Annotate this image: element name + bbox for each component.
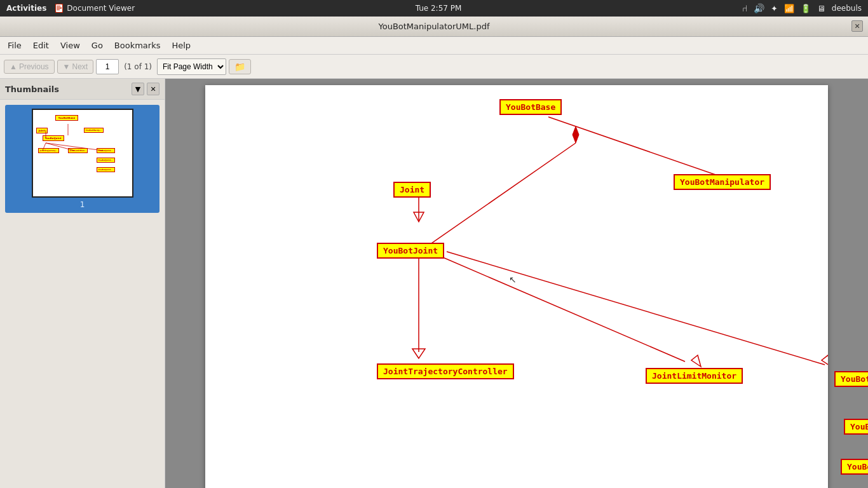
document-page: YouBotBase YouBotManipulator Joint YouBo… bbox=[205, 85, 828, 488]
menu-help[interactable]: Help bbox=[166, 39, 196, 52]
svg-line-10 bbox=[46, 143, 103, 151]
document-title: YouBotManipulatorUML.pdf bbox=[378, 22, 489, 31]
close-button[interactable]: ✕ bbox=[851, 20, 863, 32]
battery-icon: 🔋 bbox=[801, 4, 811, 13]
activities-button[interactable]: Activities bbox=[6, 4, 46, 13]
menu-bar: File Edit View Go Bookmarks Help bbox=[0, 37, 868, 55]
bluetooth-icon: ✦ bbox=[771, 4, 778, 13]
menu-view[interactable]: View bbox=[55, 39, 85, 52]
sidebar-header: Thumbnails ▼ ✕ bbox=[0, 79, 165, 100]
zoom-selector[interactable]: Fit Page Width 50% 75% 100% 125% 150% 20… bbox=[157, 58, 226, 75]
uml-node-youbotjoint: YouBotJoint bbox=[377, 243, 444, 259]
thumbnail-frame: YouBotBase YouBotJoint Joint JointTrajec… bbox=[32, 109, 133, 198]
main-content: Thumbnails ▼ ✕ YouBotBase YouBotJoint Jo… bbox=[0, 79, 868, 488]
uml-node-jointtrajectorycontroller: JointTrajectoryController bbox=[377, 363, 514, 379]
folder-icon: 📁 bbox=[234, 62, 245, 72]
svg-rect-2 bbox=[57, 6, 60, 6]
uml-node-jointlimitmonitor: JointLimitMonitor bbox=[646, 368, 743, 384]
uml-node-youbotbase: YouBotBase bbox=[499, 99, 562, 115]
uml-node-youbotjointreadonly: YouBotJointReadOnly bbox=[841, 459, 868, 475]
uml-diagram-canvas bbox=[205, 85, 828, 488]
next-button[interactable]: ▼ Next bbox=[57, 60, 94, 74]
thumbnail-page-1[interactable]: YouBotBase YouBotJoint Joint JointTrajec… bbox=[5, 105, 159, 213]
page-info-label: (1 of 1) bbox=[121, 62, 154, 71]
user-label: deebuls bbox=[832, 4, 862, 13]
svg-line-11 bbox=[548, 117, 736, 182]
svg-line-21 bbox=[447, 252, 825, 365]
system-tray: ⑁ 🔊 ✦ 📶 🔋 🖥 deebuls bbox=[742, 3, 862, 13]
mini-lines bbox=[33, 110, 132, 196]
thumbnail-area: YouBotBase YouBotJoint Joint JointTrajec… bbox=[0, 100, 165, 488]
page-number-input[interactable] bbox=[96, 59, 119, 74]
next-icon: ▼ bbox=[63, 62, 71, 71]
previous-icon: ▲ bbox=[10, 62, 17, 71]
menu-edit[interactable]: Edit bbox=[28, 39, 54, 52]
toolbar: ▲ Previous ▼ Next (1 of 1) Fit Page Widt… bbox=[0, 55, 868, 79]
menu-file[interactable]: File bbox=[3, 39, 27, 52]
svg-marker-20 bbox=[691, 355, 701, 367]
cursor-indicator: ↖ bbox=[509, 274, 517, 285]
svg-rect-4 bbox=[57, 8, 62, 9]
accessibility-icon: ⑁ bbox=[742, 3, 747, 13]
svg-marker-16 bbox=[414, 212, 424, 222]
previous-button[interactable]: ▲ Previous bbox=[4, 60, 55, 74]
uml-node-youbotjointpasswordprotected: YouBotJointPasswordProtected bbox=[834, 371, 868, 387]
wifi-icon: 📶 bbox=[784, 4, 794, 13]
app-name-label: Document Viewer bbox=[54, 3, 135, 13]
sidebar-panel: Thumbnails ▼ ✕ YouBotBase YouBotJoint Jo… bbox=[0, 79, 165, 488]
svg-line-8 bbox=[43, 143, 46, 151]
app-icon bbox=[54, 3, 64, 13]
document-view-area[interactable]: YouBotBase YouBotManipulator Joint YouBo… bbox=[165, 79, 868, 488]
monitor-icon: 🖥 bbox=[817, 4, 825, 13]
volume-icon: 🔊 bbox=[754, 3, 764, 13]
svg-rect-5 bbox=[57, 10, 60, 10]
svg-marker-18 bbox=[412, 349, 425, 358]
datetime-label: Tue 2:57 PM bbox=[416, 4, 462, 13]
sidebar-dropdown-button[interactable]: ▼ bbox=[132, 83, 144, 95]
menu-go[interactable]: Go bbox=[86, 39, 108, 52]
svg-line-19 bbox=[434, 254, 685, 362]
svg-line-9 bbox=[46, 143, 74, 151]
menu-bookmarks[interactable]: Bookmarks bbox=[109, 39, 166, 52]
svg-line-14 bbox=[421, 143, 576, 250]
sidebar-title: Thumbnails bbox=[5, 85, 59, 94]
uml-node-joint: Joint bbox=[393, 182, 431, 198]
svg-rect-3 bbox=[57, 7, 62, 8]
system-bar: Activities Document Viewer Tue 2:57 PM ⑁… bbox=[0, 0, 868, 17]
thumbnail-page-number: 1 bbox=[9, 200, 156, 209]
uml-node-youbotjointparameter: YouBotJointParameter bbox=[844, 419, 868, 435]
open-folder-button[interactable]: 📁 bbox=[229, 59, 251, 74]
sidebar-close-button[interactable]: ✕ bbox=[147, 83, 159, 95]
svg-marker-22 bbox=[822, 355, 828, 367]
uml-node-youbotmanipulator: YouBotManipulator bbox=[674, 174, 771, 190]
svg-marker-13 bbox=[573, 126, 579, 143]
title-bar: YouBotManipulatorUML.pdf ✕ bbox=[0, 17, 868, 37]
